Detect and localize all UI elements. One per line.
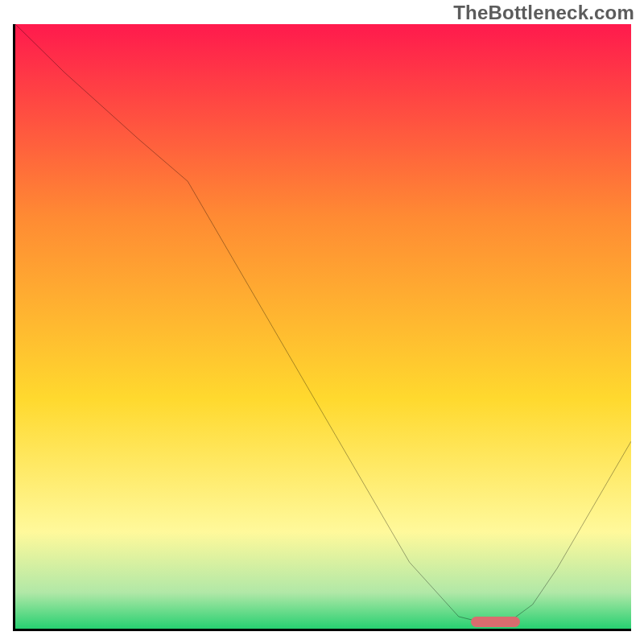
chart-svg: [15, 24, 631, 629]
watermark-text: TheBottleneck.com: [453, 2, 634, 24]
plot-area: [13, 24, 631, 631]
chart-container: TheBottleneck.com: [0, 0, 644, 644]
gradient-background: [15, 24, 631, 629]
optimal-range-marker: [471, 617, 520, 627]
